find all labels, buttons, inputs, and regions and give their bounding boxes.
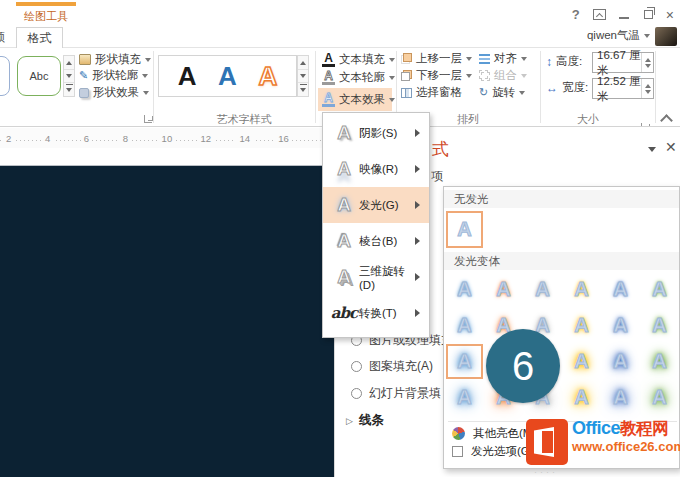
glow-variant-r4-c4[interactable]: A bbox=[563, 380, 600, 415]
ruler-number: 2 bbox=[3, 133, 14, 144]
height-stepper[interactable] bbox=[641, 53, 653, 72]
text-outline-button[interactable]: A 文本轮廓 bbox=[322, 70, 395, 85]
horizontal-ruler: 246810121416 bbox=[0, 128, 322, 148]
ruler-number: 4 bbox=[42, 133, 53, 144]
height-field[interactable]: 16.67 厘米 bbox=[592, 52, 654, 73]
glow-variant-r2-c4[interactable]: A bbox=[563, 308, 600, 343]
width-stepper[interactable] bbox=[641, 79, 653, 98]
width-field[interactable]: 12.52 厘米 bbox=[592, 78, 654, 99]
step-callout-badge: 6 bbox=[486, 329, 560, 403]
selection-pane-icon bbox=[401, 88, 412, 98]
menu-item-transform-abc[interactable]: abc转换(T) bbox=[323, 295, 429, 331]
wordart-gallery-scroll[interactable] bbox=[297, 55, 309, 97]
pane-collapse-icon[interactable] bbox=[648, 147, 656, 156]
shape-style-thumbnail[interactable]: Abc bbox=[17, 56, 61, 96]
shape-effects-button[interactable]: 形状效果 bbox=[79, 85, 149, 100]
fill-option-radio[interactable]: 图案填充(A) bbox=[351, 358, 433, 375]
radio-icon[interactable] bbox=[351, 361, 362, 372]
pane-close-icon[interactable]: ✕ bbox=[665, 139, 677, 155]
bring-forward-icon bbox=[401, 53, 412, 64]
line-section-header[interactable]: ▷ 线条 bbox=[346, 412, 384, 429]
help-icon[interactable]: ? bbox=[572, 7, 580, 22]
glow-options-item[interactable]: 发光选项(G) bbox=[452, 444, 534, 459]
glow-variant-r1-c3[interactable]: A bbox=[524, 272, 561, 307]
shape-style-thumbnail-partial[interactable] bbox=[0, 56, 10, 96]
submenu-arrow-icon bbox=[415, 309, 424, 317]
watermark-url: www.office26.com bbox=[572, 440, 680, 454]
glow-variant-r1-c1[interactable]: A bbox=[446, 272, 483, 307]
text-fill-button[interactable]: A 文本填充 bbox=[322, 52, 395, 67]
transform-abc-icon: abc bbox=[329, 304, 359, 322]
pane-tab-fragment: 项 bbox=[431, 168, 443, 185]
menu-item-reflection-a[interactable]: A映像(R) bbox=[323, 151, 429, 187]
menu-item-glow-a[interactable]: A发光(G) bbox=[323, 187, 429, 223]
scroll-down-icon[interactable] bbox=[66, 74, 72, 81]
spin-down-icon bbox=[645, 90, 651, 97]
glow-variant-r3-c4[interactable]: A bbox=[563, 344, 600, 379]
shape-fill-button[interactable]: 形状填充 bbox=[79, 52, 151, 67]
wordart-style-1[interactable]: A bbox=[178, 61, 197, 92]
wordart-styles-gallery[interactable]: A A A bbox=[158, 55, 297, 97]
gallery-more-icon[interactable] bbox=[300, 84, 307, 95]
glow-variant-r4-c5[interactable]: A bbox=[602, 380, 639, 415]
scroll-down-icon[interactable] bbox=[300, 74, 306, 81]
restore-icon[interactable] bbox=[644, 10, 653, 19]
user-avatar[interactable] bbox=[655, 27, 677, 46]
glow-variant-r4-c6[interactable]: A bbox=[641, 380, 678, 415]
menu-item-shadow-a[interactable]: A阴影(S) bbox=[323, 115, 429, 151]
bring-forward-button[interactable]: 上移一层 bbox=[401, 51, 472, 66]
glow-variant-r3-c5[interactable]: A bbox=[602, 344, 639, 379]
tab-format[interactable]: 格式 bbox=[16, 27, 63, 48]
shape-outline-button[interactable]: ✎ 形状轮廓 bbox=[79, 68, 148, 83]
glow-variant-r1-c6[interactable]: A bbox=[641, 272, 678, 307]
send-backward-button[interactable]: 下移一层 bbox=[401, 68, 472, 83]
glow-variant-r2-c1[interactable]: A bbox=[446, 308, 483, 343]
user-name[interactable]: qiwen气温 bbox=[587, 28, 640, 43]
collapse-ribbon-icon[interactable] bbox=[660, 114, 673, 127]
more-glow-colors-item[interactable]: 其他亮色(M) bbox=[452, 426, 536, 441]
minimize-icon[interactable] bbox=[619, 11, 629, 19]
width-icon: ↔ bbox=[546, 82, 558, 94]
spin-up-icon bbox=[645, 81, 651, 88]
no-glow-swatch[interactable]: A bbox=[446, 211, 483, 248]
slide-canvas[interactable] bbox=[0, 165, 334, 477]
glow-variant-r3-c1[interactable]: A bbox=[446, 344, 483, 379]
glow-variant-r1-c5[interactable]: A bbox=[602, 272, 639, 307]
tab-partial[interactable]: 频 bbox=[0, 29, 13, 47]
rotate-button[interactable]: ↻ 旋转 bbox=[479, 85, 525, 100]
align-icon bbox=[479, 54, 490, 64]
shape-outline-icon: ✎ bbox=[79, 69, 88, 82]
radio-icon[interactable] bbox=[351, 388, 362, 399]
glow-variant-r1-c4[interactable]: A bbox=[563, 272, 600, 307]
text-effects-button[interactable]: A 文本效果 bbox=[322, 92, 395, 107]
close-icon[interactable]: × bbox=[666, 10, 674, 20]
selection-pane-button[interactable]: 选择窗格 bbox=[401, 85, 462, 100]
scroll-up-icon[interactable] bbox=[66, 58, 72, 65]
scroll-up-icon[interactable] bbox=[300, 58, 306, 65]
ruler-number: 16 bbox=[275, 133, 292, 144]
tab-row-divider bbox=[0, 47, 680, 48]
glow-variant-r2-c5[interactable]: A bbox=[602, 308, 639, 343]
gallery-more-icon[interactable] bbox=[66, 84, 73, 95]
fill-option-label: 图案填充(A) bbox=[369, 358, 433, 375]
color-wheel-icon bbox=[452, 427, 465, 440]
wordart-style-3[interactable]: A bbox=[258, 61, 277, 92]
reflection-a-icon: A bbox=[329, 158, 359, 180]
glow-variant-r3-c6[interactable]: A bbox=[641, 344, 678, 379]
fill-option-radio[interactable]: 幻灯片背景填 bbox=[351, 385, 441, 402]
align-button[interactable]: 对齐 bbox=[479, 51, 527, 66]
powerpoint-window: 绘图工具 ? × qiwen气温 频 格式 Abc 形状填充 ✎ 形状轮廓 形状… bbox=[0, 0, 680, 477]
ribbon-display-options-icon[interactable] bbox=[593, 9, 606, 20]
watermark-brand-en: Office bbox=[572, 418, 620, 438]
menu-item-rotation-3d-a[interactable]: A三维旋转(D) bbox=[323, 259, 429, 295]
glow-variant-r4-c1[interactable]: A bbox=[446, 380, 483, 415]
shape-styles-gallery-scroll[interactable] bbox=[63, 55, 75, 97]
menu-item-bevel-a[interactable]: A棱台(B) bbox=[323, 223, 429, 259]
glow-variant-r1-c2[interactable]: A bbox=[485, 272, 522, 307]
shape-styles-dialog-launcher-icon[interactable] bbox=[144, 115, 152, 123]
group-button[interactable]: 组合 bbox=[479, 68, 527, 83]
wordart-style-2[interactable]: A bbox=[218, 61, 237, 92]
group-separator bbox=[540, 51, 541, 123]
menu-item-label: 映像(R) bbox=[359, 162, 415, 177]
glow-variant-r2-c6[interactable]: A bbox=[641, 308, 678, 343]
